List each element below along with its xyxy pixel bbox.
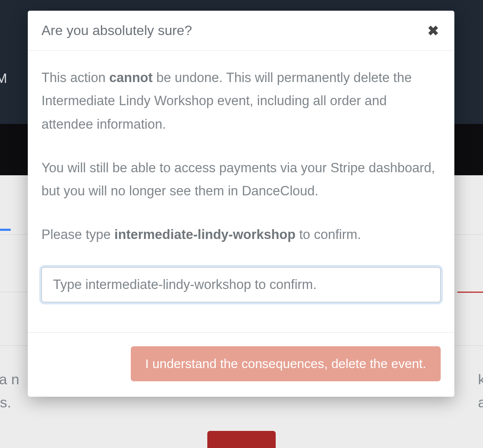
text-fragment: Please type	[41, 227, 115, 242]
warning-paragraph-1: This action cannot be undone. This will …	[41, 66, 441, 136]
background-delete-button-fragment	[207, 431, 276, 448]
background-text-line: ain.	[478, 394, 483, 410]
emphasis-cannot: cannot	[109, 70, 153, 85]
background-text-line: ksho	[478, 371, 483, 387]
warning-paragraph-2: You will still be able to access payment…	[41, 156, 441, 203]
background-tab-indicator	[0, 229, 11, 231]
modal-header: Are you absolutely sure? ✖	[28, 11, 454, 51]
confirm-instruction: Please type intermediate-lindy-workshop …	[41, 223, 441, 246]
modal-title: Are you absolutely sure?	[41, 23, 192, 38]
modal-footer: I understand the consequences, delete th…	[28, 332, 454, 397]
background-text-right: ksho ain.	[478, 368, 483, 414]
background-tab-indicator-red	[457, 292, 483, 293]
modal-body: This action cannot be undone. This will …	[28, 51, 454, 332]
background-subtitle-fragment: M	[0, 71, 7, 86]
confirm-slug-input[interactable]	[41, 267, 441, 302]
background-text-left: to a n tras.	[0, 368, 19, 414]
background-text-line: to a n	[0, 371, 19, 387]
text-fragment: to confirm.	[295, 227, 361, 242]
confirm-delete-button[interactable]: I understand the consequences, delete th…	[131, 346, 441, 381]
background-text-line: tras.	[0, 394, 11, 410]
confirm-delete-modal: Are you absolutely sure? ✖ This action c…	[28, 11, 454, 397]
close-icon[interactable]: ✖	[426, 24, 441, 38]
confirm-slug: intermediate-lindy-workshop	[115, 227, 296, 242]
text-fragment: This action	[41, 70, 109, 85]
